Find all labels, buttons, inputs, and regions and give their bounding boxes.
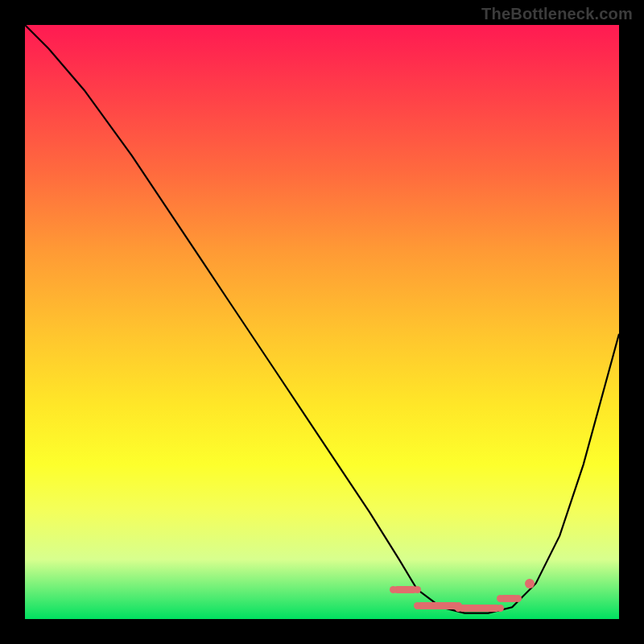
optimal-segment — [417, 602, 459, 609]
optimal-end-dot — [525, 579, 535, 588]
optimal-range-marker — [25, 25, 619, 619]
optimal-segment-cap — [390, 586, 397, 593]
optimal-segment-cap — [514, 595, 522, 602]
plot-area — [25, 25, 619, 619]
watermark-text: TheBottleneck.com — [481, 5, 633, 23]
optimal-segment-cap — [497, 605, 504, 612]
optimal-segment — [459, 605, 501, 612]
optimal-segment-cap — [497, 595, 504, 602]
chart-frame: TheBottleneck.com — [0, 0, 644, 644]
optimal-segment-cap — [414, 602, 421, 609]
optimal-segment-cap — [414, 586, 421, 593]
